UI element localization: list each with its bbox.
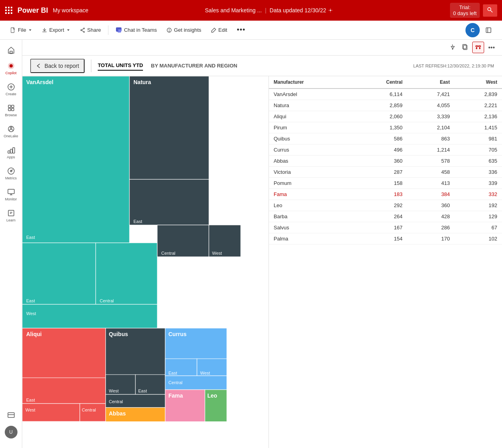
data-updated: Data updated 12/30/22 [270, 7, 333, 13]
table-row: Fama183384332 [269, 189, 502, 200]
table-cell-east: 4,055 [407, 100, 455, 111]
sidebar-item-home[interactable] [2, 43, 21, 57]
copy-button[interactable] [460, 42, 471, 53]
table-row: Leo292360192 [269, 200, 502, 211]
svg-line-18 [81, 29, 83, 30]
app-grid-button[interactable] [5, 6, 13, 14]
sidebar-label-apps: Apps [7, 155, 15, 159]
svg-point-15 [83, 28, 85, 29]
sidebar-item-learn[interactable]: Learn [2, 206, 21, 225]
table-cell-east: 286 [407, 222, 455, 233]
svg-rect-8 [11, 12, 12, 14]
table-cell-east: 1,214 [407, 144, 455, 156]
table-cell-name: Fama [269, 189, 353, 200]
sidebar-label-metrics: Metrics [5, 176, 17, 180]
svg-rect-45 [8, 189, 14, 194]
svg-text:Aliqui: Aliqui [26, 331, 42, 337]
file-button[interactable]: File [6, 25, 36, 35]
sidebar-item-onelake[interactable]: OneLake [2, 122, 21, 141]
table-row: Quibus586863981 [269, 133, 502, 144]
svg-text:Quibus: Quibus [109, 331, 128, 337]
search-button[interactable] [483, 4, 497, 17]
table-cell-central: 167 [353, 222, 407, 233]
sidebar-item-browse[interactable]: Browse [2, 101, 21, 120]
table-cell-east: 2,104 [407, 122, 455, 133]
treemap-chart[interactable]: VanArsdel East East Central West [22, 76, 268, 448]
svg-point-17 [83, 31, 85, 33]
svg-point-9 [330, 10, 332, 11]
table-row: Salvus16728667 [269, 222, 502, 233]
tab-by-manufacturer[interactable]: BY MANUFACTURER AND REGION [151, 61, 237, 70]
table-cell-name: VanArsdel [269, 88, 353, 100]
sidebar-item-metrics[interactable]: Metrics [2, 164, 21, 183]
sidebar-item-apps[interactable]: Apps [2, 143, 21, 162]
table-row: Natura2,8594,0552,221 [269, 100, 502, 111]
workspace-label[interactable]: My workspace [53, 7, 88, 13]
edit-button[interactable]: Edit [207, 25, 231, 35]
table-cell-east: 3,339 [407, 111, 455, 122]
svg-point-25 [169, 31, 170, 31]
sidebar-label-monitor: Monitor [5, 197, 17, 201]
table-cell-central: 264 [353, 211, 407, 222]
report-title: Sales and Marketing ... [205, 7, 262, 13]
table-row: Victoria287458336 [269, 167, 502, 178]
sidebar-item-monitor[interactable]: Monitor [2, 185, 21, 204]
sidebar-item-copilot[interactable]: Copilot [2, 59, 21, 78]
svg-rect-83 [22, 404, 80, 421]
export-button[interactable]: Export [38, 25, 74, 35]
sidebar-item-feedback[interactable] [2, 408, 21, 423]
svg-text:West: West [212, 251, 222, 256]
get-insights-button[interactable]: Get insights [162, 25, 205, 35]
svg-text:West: West [26, 311, 36, 316]
table-cell-east: 360 [407, 200, 455, 211]
sidebar-item-create[interactable]: Create [2, 80, 21, 99]
table-cell-west: 339 [455, 178, 502, 189]
main-toolbar: File Export Share Chat in Teams Get insi… [0, 21, 502, 40]
back-to-report-button[interactable]: Back to report [30, 59, 85, 73]
table-cell-central: 154 [353, 233, 407, 244]
svg-text:Central: Central [100, 298, 114, 303]
user-profile-avatar[interactable]: U [5, 426, 17, 438]
svg-rect-69 [22, 304, 157, 328]
svg-rect-34 [8, 105, 11, 108]
chat-in-teams-button[interactable]: Chat in Teams [112, 25, 161, 36]
svg-text:Central: Central [168, 380, 182, 385]
share-button[interactable]: Share [76, 25, 105, 35]
svg-rect-48 [8, 210, 14, 216]
svg-rect-1 [8, 7, 10, 8]
table-row: Currus4961,214705 [269, 144, 502, 156]
svg-rect-0 [5, 7, 7, 8]
report-tabs: TOTAL UNITS YTD BY MANUFACTURER AND REGI… [98, 61, 237, 71]
report-header: Back to report TOTAL UNITS YTD BY MANUFA… [22, 56, 502, 76]
table-cell-west: 102 [455, 233, 502, 244]
svg-text:Central: Central [82, 408, 96, 412]
table-cell-central: 183 [353, 189, 407, 200]
table-cell-east: 170 [407, 233, 455, 244]
table-cell-central: 496 [353, 144, 407, 156]
svg-rect-57 [479, 46, 481, 47]
table-cell-east: 413 [407, 178, 455, 189]
sidebar-label-browse: Browse [5, 113, 17, 117]
sidebar-toggle-button[interactable] [481, 25, 496, 36]
table-cell-east: 7,421 [407, 88, 455, 100]
table-row: VanArsdel6,1147,4212,839 [269, 88, 502, 100]
table-cell-west: 2,839 [455, 88, 502, 100]
table-cell-west: 2,221 [455, 100, 502, 111]
sidebar-label-copilot: Copilot [5, 71, 16, 75]
user-avatar[interactable]: C [465, 23, 480, 37]
toolbar-divider [108, 25, 108, 35]
table-body: VanArsdel6,1147,4212,839Natura2,8594,055… [269, 88, 502, 244]
table-cell-name: Natura [269, 100, 353, 111]
focus-mode-button[interactable] [472, 42, 484, 53]
tab-total-units-ytd[interactable]: TOTAL UNITS YTD [98, 61, 143, 71]
table-cell-east: 458 [407, 167, 455, 178]
svg-rect-2 [11, 7, 12, 8]
svg-rect-85 [80, 404, 106, 421]
col-west: West [455, 76, 502, 88]
svg-rect-41 [10, 149, 12, 153]
pin-button[interactable] [447, 42, 458, 53]
svg-text:Central: Central [109, 399, 123, 404]
more-icon-button[interactable]: ••• [486, 42, 497, 53]
table-cell-east: 863 [407, 133, 455, 144]
more-options-button[interactable]: ••• [233, 23, 249, 37]
